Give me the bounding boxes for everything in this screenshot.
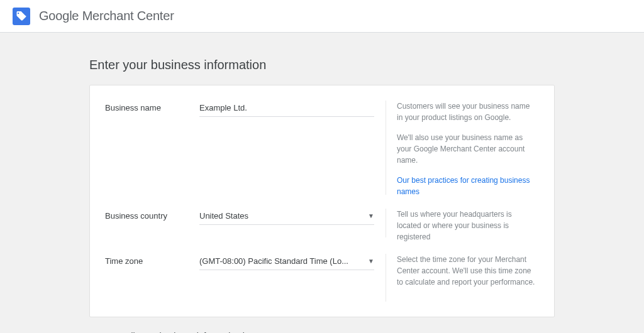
brand-google: Google [39, 9, 79, 23]
business-name-help: Customers will see your business name in… [397, 101, 536, 197]
business-country-help: Tell us where your headquarters is locat… [397, 209, 536, 243]
time-zone-row: Time zone (GMT-08:00) Pacific Standard T… [105, 254, 536, 302]
time-zone-select[interactable]: (GMT-08:00) Pacific Standard Time (Lo...… [199, 254, 374, 270]
chevron-down-icon: ▼ [368, 258, 374, 265]
app-header: Google Merchant Center [0, 0, 644, 33]
time-zone-value: (GMT-08:00) Pacific Standard Time (Lo... [199, 256, 348, 266]
business-country-row: Business country United States ▼ Tell us… [105, 209, 536, 243]
chevron-down-icon: ▼ [368, 212, 374, 219]
content-area: Enter your business information Business… [0, 33, 644, 333]
page-title: Enter your business information [89, 58, 555, 72]
brand-product: Merchant Center [79, 9, 174, 23]
divider [386, 101, 386, 195]
best-practices-link[interactable]: Our best practices for creating business… [397, 176, 530, 196]
business-country-value: United States [199, 211, 248, 221]
app-title: Google Merchant Center [39, 9, 174, 23]
price-tag-icon [16, 11, 27, 22]
divider [386, 254, 386, 302]
business-country-select[interactable]: United States ▼ [199, 209, 374, 225]
business-name-label: Business name [105, 101, 199, 112]
time-zone-label: Time zone [105, 254, 199, 266]
business-info-card: Business name Customers will see your bu… [89, 85, 555, 317]
merchant-center-icon [13, 8, 30, 25]
business-name-input[interactable] [199, 101, 374, 117]
divider [386, 209, 386, 237]
time-zone-help: Select the time zone for your Merchant C… [397, 254, 536, 288]
business-name-row: Business name Customers will see your bu… [105, 101, 536, 197]
business-country-label: Business country [105, 209, 199, 221]
